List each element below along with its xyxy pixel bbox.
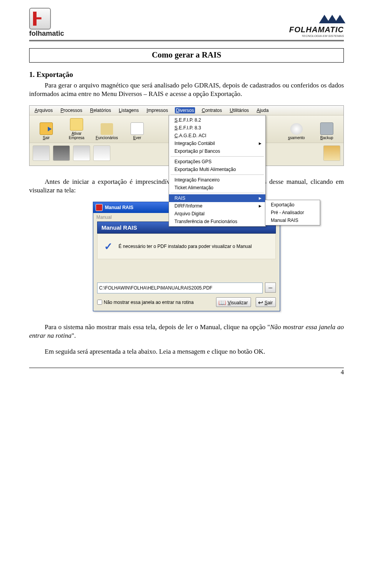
menu-item-s-e-f-i-p-8-3[interactable]: S.E.F.I.P. 8.3 [169,124,265,132]
dialog-title: Manual RAIS [105,205,133,210]
book-icon: 📖 [218,299,226,306]
submenu-item-pr-analisador[interactable]: Pré - Analisador [265,209,320,216]
footer-divider [29,368,344,368]
toolbar-label: Ever [133,136,141,140]
menu-item-dirf-informe[interactable]: DIRF/Informe [169,202,265,210]
menu-item-integra-o-cont-bil[interactable]: Integração Contábil [169,140,265,147]
logo-folhamatic-left: folhamatic [29,8,64,38]
menu-item-integra-o-financeiro[interactable]: Integração Financeiro [169,176,265,184]
menubar-item-contratos[interactable]: Contratos [200,107,223,113]
people-icon [101,123,113,135]
toolbar-label: Ativar Empresa [63,131,90,140]
menu-item-exporta-o-p-bancos[interactable]: Exportação p/ Bancos [169,147,265,155]
toolbar-cd-button[interactable]: ssamento [283,118,310,140]
menubar-item-diversos[interactable]: Diversos [175,107,195,113]
sair-button[interactable]: ↩ Sair [256,297,276,307]
paragraph-4: Em seguida será apresentada a tela abaix… [29,347,344,356]
suppress-dialog-label: Não mostrar essa janela ao entrar na rot… [104,300,193,305]
visualizar-button[interactable]: 📖 Visualizar [216,297,251,307]
rais-submenu[interactable]: ExportaçãoPré - AnalisadorManual RAIS [265,200,320,225]
toolbar-label: Backup [320,136,333,140]
menubar-item-processos[interactable]: Processos [59,107,84,113]
check-icon: ✓ [103,241,114,252]
toolbar-folder-button[interactable]: Ativar Empresa [63,118,90,140]
suppress-dialog-checkbox-row[interactable]: Não mostrar essa janela ao entrar na rot… [97,300,193,305]
cd-icon [290,123,303,135]
app-icon [96,204,103,211]
paragraph-3: Para o sistema não mostrar mais essa tel… [29,323,344,340]
paragraph-1: Para gerar o arquivo magnético que será … [29,81,344,98]
screenshot-app-window: ArquivosProcessosRelatóriosListagensImpr… [29,105,344,166]
toolbar2-shades-icon[interactable] [53,145,70,161]
browse-button[interactable]: ... [265,283,276,293]
header-divider [29,40,344,41]
diversos-dropdown[interactable]: S.E.F.I.P. 8.2S.E.F.I.P. 8.3C.A.G.E.D. A… [169,115,266,227]
menubar-item-relatórios[interactable]: Relatórios [89,107,112,113]
menu-item-c-a-g-e-d-aci[interactable]: C.A.G.E.D. ACI [169,132,265,140]
toolbar2-printer-icon[interactable] [73,145,90,161]
tape-icon [320,122,333,135]
exit-icon [40,122,53,135]
menu-item-transfer-ncia-de-funcion-rios[interactable]: Transferência de Funcionários [169,218,265,225]
section-heading: 1. Exportação [29,70,344,79]
event-icon [131,122,144,135]
dialog-info-text: É necessário ter o PDF instalado para po… [119,244,252,249]
toolbar2-sheets-icon[interactable] [93,145,110,161]
folder-icon [70,118,83,131]
logo-folhamatic-right: FOLHAMATIC TECNOLOGIA EM SISTEMAS [289,15,344,38]
menubar-item-arquivos[interactable]: Arquivos [33,107,54,113]
submenu-item-exporta-o[interactable]: Exportação [265,201,320,209]
toolbar-exit-button[interactable]: Sair [33,118,60,140]
pdf-path-input[interactable] [97,283,263,293]
submenu-item-manual-rais[interactable]: Manual RAIS [265,216,320,224]
toolbar-people-button[interactable]: Funcionários [93,118,120,140]
menubar-item-utilitários[interactable]: Utilitários [228,107,250,113]
document-title: Como gerar a RAIS [29,48,344,63]
menubar-item-listagens[interactable]: Listagens [118,107,140,113]
menu-item-rais[interactable]: RAIS [169,194,265,202]
menu-item-s-e-f-i-p-8-2[interactable]: S.E.F.I.P. 8.2 [169,116,265,124]
toolbar-label: Funcionários [96,136,118,140]
menu-item-arquivo-digital[interactable]: Arquivo Digital [169,210,265,218]
toolbar2-misc-icon[interactable] [323,145,340,161]
suppress-dialog-checkbox[interactable] [97,300,102,305]
page-number: 4 [29,369,344,376]
menu-item-exporta-es-gps[interactable]: Exportações GPS [169,158,265,166]
toolbar2-kbd-icon[interactable] [33,145,50,161]
toolbar-label: ssamento [288,136,305,140]
menu-item-exporta-o-multi-alimenta-o[interactable]: Exportação Multi Alimentação [169,166,265,173]
menu-item-ticket-alimenta-o[interactable]: Ticket Alimentação [169,184,265,192]
menubar-item-impressos[interactable]: Impressos [145,107,169,113]
menubar-item-ajuda[interactable]: Ajuda [256,107,270,113]
toolbar-label: Sair [43,136,50,140]
toolbar-tape-button[interactable]: Backup [313,118,340,140]
toolbar-event-button[interactable]: Ever [124,118,151,140]
exit-icon: ↩ [258,299,263,306]
